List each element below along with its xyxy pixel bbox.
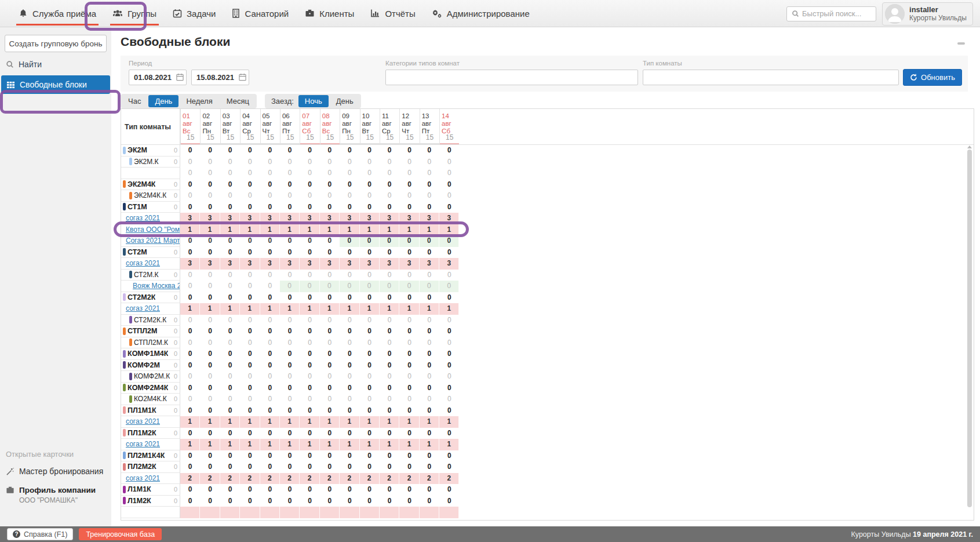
value-cell[interactable]: 1 [240, 439, 260, 450]
value-cell[interactable]: 0 [180, 270, 200, 281]
value-cell[interactable]: 0 [420, 383, 439, 394]
value-cell[interactable]: 0 [420, 337, 439, 349]
value-cell[interactable]: 0 [340, 179, 359, 191]
value-cell[interactable]: 1 [320, 224, 340, 236]
value-cell[interactable]: 0 [380, 168, 399, 179]
value-cell[interactable]: 0 [420, 247, 439, 259]
value-cell[interactable]: 0 [360, 292, 380, 304]
value-cell[interactable]: 0 [360, 281, 380, 292]
value-cell[interactable]: 2 [360, 473, 380, 485]
value-cell[interactable]: 0 [360, 270, 380, 281]
value-cell[interactable]: 0 [220, 450, 240, 462]
value-cell[interactable]: 0 [220, 157, 240, 168]
value-cell[interactable]: 0 [320, 484, 340, 496]
value-cell[interactable]: 0 [220, 394, 240, 405]
value-cell[interactable]: 1 [420, 224, 439, 236]
value-cell[interactable]: 0 [260, 281, 280, 292]
value-cell[interactable]: 0 [300, 461, 319, 473]
value-cell[interactable]: 0 [360, 484, 380, 496]
value-cell[interactable]: 1 [320, 416, 340, 428]
value-cell[interactable]: 3 [220, 213, 240, 224]
value-cell[interactable]: 0 [360, 247, 380, 259]
value-cell[interactable]: 0 [360, 450, 380, 462]
value-cell[interactable]: 0 [240, 360, 260, 372]
value-cell[interactable]: 0 [240, 270, 260, 281]
value-cell[interactable] [340, 507, 359, 518]
value-cell[interactable]: 1 [280, 416, 300, 428]
value-cell[interactable]: 0 [439, 202, 459, 213]
value-cell[interactable]: 2 [280, 473, 300, 485]
sidebar-item-company-profile[interactable]: Профиль компании ООО "РОМАШКА" [0, 481, 111, 509]
value-cell[interactable]: 3 [360, 213, 380, 224]
value-cell[interactable]: 0 [300, 145, 319, 157]
value-cell[interactable]: 0 [420, 270, 439, 281]
value-cell[interactable]: 0 [340, 496, 359, 507]
value-cell[interactable]: 0 [220, 461, 240, 473]
column-header-date[interactable]: 11 авгСр15 [380, 109, 399, 144]
value-cell[interactable]: 0 [340, 383, 359, 394]
value-cell[interactable]: 0 [420, 360, 439, 372]
value-cell[interactable]: 0 [439, 348, 459, 360]
value-cell[interactable]: 0 [240, 337, 260, 349]
value-cell[interactable]: 0 [340, 292, 359, 304]
value-cell[interactable]: 0 [200, 247, 220, 259]
value-cell[interactable]: 0 [180, 348, 200, 360]
value-cell[interactable]: 0 [399, 281, 419, 292]
value-cell[interactable]: 0 [380, 383, 399, 394]
value-cell[interactable]: 1 [439, 224, 459, 236]
value-cell[interactable]: 0 [320, 202, 340, 213]
value-cell[interactable]: 0 [320, 157, 340, 168]
value-cell[interactable]: 0 [439, 394, 459, 405]
value-cell[interactable]: 0 [260, 394, 280, 405]
value-cell[interactable]: 2 [260, 473, 280, 485]
value-cell[interactable]: 0 [439, 428, 459, 439]
value-cell[interactable]: 0 [320, 496, 340, 507]
value-cell[interactable]: 0 [420, 190, 439, 202]
value-cell[interactable]: 0 [399, 190, 419, 202]
value-cell[interactable]: 0 [360, 168, 380, 179]
value-cell[interactable]: 0 [420, 145, 439, 157]
value-cell[interactable]: 1 [240, 303, 260, 315]
value-cell[interactable]: 1 [180, 416, 200, 428]
value-cell[interactable]: 0 [420, 281, 439, 292]
value-cell[interactable]: 0 [240, 394, 260, 405]
value-cell[interactable]: 0 [300, 179, 319, 191]
value-cell[interactable]: 0 [320, 179, 340, 191]
value-cell[interactable]: 0 [399, 337, 419, 349]
value-cell[interactable]: 0 [380, 428, 399, 439]
value-cell[interactable]: 0 [240, 428, 260, 439]
value-cell[interactable]: 0 [380, 190, 399, 202]
value-cell[interactable]: 0 [399, 145, 419, 157]
value-cell[interactable]: 0 [240, 168, 260, 179]
value-cell[interactable]: 0 [380, 145, 399, 157]
value-cell[interactable]: 0 [420, 348, 439, 360]
value-cell[interactable]: 0 [360, 394, 380, 405]
value-cell[interactable]: 0 [260, 461, 280, 473]
value-cell[interactable]: 0 [300, 270, 319, 281]
help-button[interactable]: ? Справка (F1) [7, 528, 73, 540]
value-cell[interactable]: 0 [380, 450, 399, 462]
value-cell[interactable]: 0 [399, 496, 419, 507]
scale-option-час[interactable]: Час [122, 95, 147, 107]
value-cell[interactable]: 0 [399, 247, 419, 259]
column-header-date[interactable]: 09 авгПн15 [340, 109, 359, 144]
search-input[interactable] [802, 9, 869, 18]
value-cell[interactable]: 0 [399, 157, 419, 168]
value-cell[interactable]: 1 [240, 224, 260, 236]
value-cell[interactable]: 0 [180, 315, 200, 326]
value-cell[interactable]: 1 [300, 224, 319, 236]
value-cell[interactable]: 0 [240, 157, 260, 168]
nav-item-reports[interactable]: Отчёты [362, 0, 423, 27]
value-cell[interactable]: 3 [360, 258, 380, 270]
value-cell[interactable]: 1 [180, 224, 200, 236]
value-cell[interactable]: 0 [399, 360, 419, 372]
value-cell[interactable]: 0 [340, 281, 359, 292]
value-cell[interactable]: 1 [380, 224, 399, 236]
value-cell[interactable]: 0 [300, 484, 319, 496]
value-cell[interactable]: 0 [260, 405, 280, 417]
value-cell[interactable]: 0 [340, 145, 359, 157]
value-cell[interactable]: 0 [240, 484, 260, 496]
nav-item-reception[interactable]: Служба приёма [10, 0, 104, 27]
value-cell[interactable]: 1 [260, 224, 280, 236]
value-cell[interactable]: 3 [439, 213, 459, 224]
